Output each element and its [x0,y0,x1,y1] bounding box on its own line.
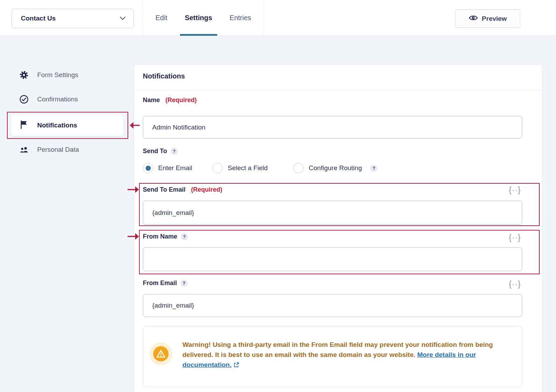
sidebar-item-personal-data[interactable]: Personal Data [19,142,79,157]
radio-enter-email[interactable]: Enter Email [143,163,192,173]
top-bar: Contact Us Edit Settings Entries Preview [0,0,556,36]
from-name-input[interactable] [143,247,522,271]
required-indicator: (Required) [191,186,222,193]
tab-edit[interactable]: Edit [155,0,167,36]
send-to-label: Send To ? [143,148,178,155]
sidebar-item-label: Confirmations [37,95,78,103]
merge-tag-icon[interactable]: {··} [509,280,521,289]
radio-configure-routing[interactable]: Configure Routing [293,163,362,173]
from-email-warning-box: Warning! Using a third-party email in th… [143,326,522,387]
preview-button-label: Preview [482,15,507,23]
from-name-help-icon[interactable]: ? [181,233,188,240]
radio-circle [143,163,153,173]
sidebar-item-notifications[interactable]: Notifications [11,115,123,136]
send-to-radio-group: Enter Email Select a Field Configure Rou… [143,162,377,174]
panel-divider [134,90,542,90]
flag-icon [19,120,28,131]
preview-button[interactable]: Preview [455,9,520,28]
name-field-label: Name(Required) [143,97,197,104]
warning-icon-halo [149,342,172,365]
panel-title: Notifications [143,72,185,80]
from-email-label: From Email ? [143,280,188,287]
check-circle-icon [19,95,28,104]
sidebar-item-label: Personal Data [37,146,79,153]
merge-tag-icon[interactable]: {··} [509,185,521,195]
name-input[interactable] [143,116,522,139]
sidebar-item-label: Notifications [37,122,77,129]
send-to-email-label: Send To Email(Required) [143,186,222,193]
form-settings-page: Contact Us Edit Settings Entries Preview [0,0,556,392]
warning-message: Warning! Using a third-party email in th… [182,340,494,370]
from-name-label: From Name ? [143,233,188,240]
merge-tag-icon[interactable]: {··} [509,233,521,242]
gear-icon [19,70,28,80]
radio-circle [293,163,304,173]
radio-circle [212,163,223,173]
eye-icon [469,15,478,23]
tab-settings[interactable]: Settings [185,0,212,36]
external-link-icon [234,360,239,370]
from-email-input[interactable] [143,294,522,317]
notification-settings-panel: Notifications Name(Required) Send To ? E… [134,64,542,392]
form-tabs: Edit Settings Entries [142,0,264,36]
tab-entries[interactable]: Entries [230,0,251,36]
required-indicator: (Required) [165,97,197,104]
radio-select-a-field[interactable]: Select a Field [212,163,268,173]
send-to-email-input[interactable] [143,201,522,225]
form-selector-dropdown[interactable]: Contact Us [11,9,134,28]
configure-routing-help-icon[interactable]: ? [370,165,377,172]
sidebar-item-label: Form Settings [37,71,78,79]
send-to-help-icon[interactable]: ? [171,148,178,155]
sidebar-item-confirmations[interactable]: Confirmations [19,92,78,107]
chevron-down-icon [120,15,126,22]
warning-icon [153,346,169,361]
sidebar-item-form-settings[interactable]: Form Settings [19,68,78,82]
from-email-help-icon[interactable]: ? [180,280,188,287]
form-selector-value: Contact Us [21,15,56,22]
people-icon [19,145,28,154]
